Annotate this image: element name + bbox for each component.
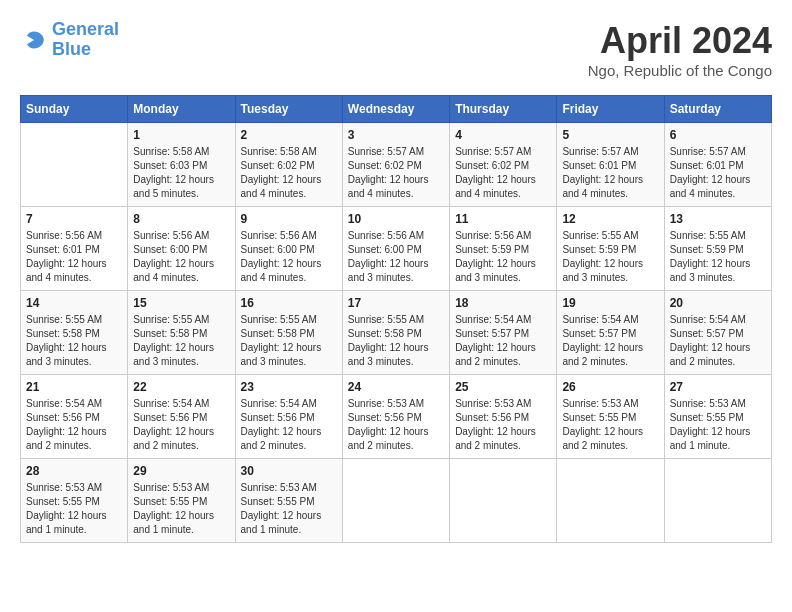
day-number: 16 — [241, 296, 337, 310]
logo-icon — [20, 26, 48, 54]
day-cell: 30Sunrise: 5:53 AM Sunset: 5:55 PM Dayli… — [235, 459, 342, 543]
header-row: SundayMondayTuesdayWednesdayThursdayFrid… — [21, 96, 772, 123]
day-detail: Sunrise: 5:54 AM Sunset: 5:57 PM Dayligh… — [455, 314, 536, 367]
header-cell-tuesday: Tuesday — [235, 96, 342, 123]
logo-line2: Blue — [52, 40, 119, 60]
day-number: 21 — [26, 380, 122, 394]
day-cell: 7Sunrise: 5:56 AM Sunset: 6:01 PM Daylig… — [21, 207, 128, 291]
day-detail: Sunrise: 5:53 AM Sunset: 5:55 PM Dayligh… — [26, 482, 107, 535]
day-cell — [21, 123, 128, 207]
header-cell-friday: Friday — [557, 96, 664, 123]
logo: General Blue — [20, 20, 119, 60]
day-number: 19 — [562, 296, 658, 310]
header-cell-wednesday: Wednesday — [342, 96, 449, 123]
day-number: 29 — [133, 464, 229, 478]
day-cell: 18Sunrise: 5:54 AM Sunset: 5:57 PM Dayli… — [450, 291, 557, 375]
week-row-4: 21Sunrise: 5:54 AM Sunset: 5:56 PM Dayli… — [21, 375, 772, 459]
day-number: 9 — [241, 212, 337, 226]
day-detail: Sunrise: 5:55 AM Sunset: 5:58 PM Dayligh… — [241, 314, 322, 367]
day-cell: 5Sunrise: 5:57 AM Sunset: 6:01 PM Daylig… — [557, 123, 664, 207]
day-detail: Sunrise: 5:53 AM Sunset: 5:56 PM Dayligh… — [348, 398, 429, 451]
day-number: 13 — [670, 212, 766, 226]
day-number: 14 — [26, 296, 122, 310]
day-cell — [450, 459, 557, 543]
logo-text: General Blue — [52, 20, 119, 60]
day-detail: Sunrise: 5:54 AM Sunset: 5:56 PM Dayligh… — [133, 398, 214, 451]
calendar-table: SundayMondayTuesdayWednesdayThursdayFrid… — [20, 95, 772, 543]
subtitle: Ngo, Republic of the Congo — [588, 62, 772, 79]
header-cell-monday: Monday — [128, 96, 235, 123]
day-detail: Sunrise: 5:53 AM Sunset: 5:55 PM Dayligh… — [670, 398, 751, 451]
day-number: 1 — [133, 128, 229, 142]
day-cell: 23Sunrise: 5:54 AM Sunset: 5:56 PM Dayli… — [235, 375, 342, 459]
day-detail: Sunrise: 5:53 AM Sunset: 5:56 PM Dayligh… — [455, 398, 536, 451]
day-cell: 26Sunrise: 5:53 AM Sunset: 5:55 PM Dayli… — [557, 375, 664, 459]
day-detail: Sunrise: 5:56 AM Sunset: 5:59 PM Dayligh… — [455, 230, 536, 283]
day-cell: 17Sunrise: 5:55 AM Sunset: 5:58 PM Dayli… — [342, 291, 449, 375]
day-detail: Sunrise: 5:54 AM Sunset: 5:57 PM Dayligh… — [670, 314, 751, 367]
main-title: April 2024 — [588, 20, 772, 62]
day-detail: Sunrise: 5:57 AM Sunset: 6:01 PM Dayligh… — [670, 146, 751, 199]
day-detail: Sunrise: 5:56 AM Sunset: 6:01 PM Dayligh… — [26, 230, 107, 283]
header-cell-sunday: Sunday — [21, 96, 128, 123]
day-cell: 11Sunrise: 5:56 AM Sunset: 5:59 PM Dayli… — [450, 207, 557, 291]
day-number: 15 — [133, 296, 229, 310]
day-cell: 16Sunrise: 5:55 AM Sunset: 5:58 PM Dayli… — [235, 291, 342, 375]
day-detail: Sunrise: 5:55 AM Sunset: 5:58 PM Dayligh… — [133, 314, 214, 367]
day-detail: Sunrise: 5:55 AM Sunset: 5:58 PM Dayligh… — [26, 314, 107, 367]
day-cell: 14Sunrise: 5:55 AM Sunset: 5:58 PM Dayli… — [21, 291, 128, 375]
day-number: 5 — [562, 128, 658, 142]
day-cell: 28Sunrise: 5:53 AM Sunset: 5:55 PM Dayli… — [21, 459, 128, 543]
day-number: 8 — [133, 212, 229, 226]
header-cell-saturday: Saturday — [664, 96, 771, 123]
day-detail: Sunrise: 5:58 AM Sunset: 6:02 PM Dayligh… — [241, 146, 322, 199]
day-cell: 9Sunrise: 5:56 AM Sunset: 6:00 PM Daylig… — [235, 207, 342, 291]
day-cell: 20Sunrise: 5:54 AM Sunset: 5:57 PM Dayli… — [664, 291, 771, 375]
day-detail: Sunrise: 5:55 AM Sunset: 5:59 PM Dayligh… — [562, 230, 643, 283]
day-number: 24 — [348, 380, 444, 394]
day-number: 22 — [133, 380, 229, 394]
title-block: April 2024 Ngo, Republic of the Congo — [588, 20, 772, 79]
day-detail: Sunrise: 5:53 AM Sunset: 5:55 PM Dayligh… — [241, 482, 322, 535]
day-cell — [342, 459, 449, 543]
calendar-body: 1Sunrise: 5:58 AM Sunset: 6:03 PM Daylig… — [21, 123, 772, 543]
day-cell: 19Sunrise: 5:54 AM Sunset: 5:57 PM Dayli… — [557, 291, 664, 375]
day-number: 25 — [455, 380, 551, 394]
day-cell: 13Sunrise: 5:55 AM Sunset: 5:59 PM Dayli… — [664, 207, 771, 291]
day-cell: 4Sunrise: 5:57 AM Sunset: 6:02 PM Daylig… — [450, 123, 557, 207]
day-detail: Sunrise: 5:58 AM Sunset: 6:03 PM Dayligh… — [133, 146, 214, 199]
day-detail: Sunrise: 5:57 AM Sunset: 6:02 PM Dayligh… — [455, 146, 536, 199]
day-cell: 24Sunrise: 5:53 AM Sunset: 5:56 PM Dayli… — [342, 375, 449, 459]
day-number: 17 — [348, 296, 444, 310]
day-number: 12 — [562, 212, 658, 226]
day-cell: 29Sunrise: 5:53 AM Sunset: 5:55 PM Dayli… — [128, 459, 235, 543]
day-cell: 27Sunrise: 5:53 AM Sunset: 5:55 PM Dayli… — [664, 375, 771, 459]
day-number: 11 — [455, 212, 551, 226]
day-detail: Sunrise: 5:56 AM Sunset: 6:00 PM Dayligh… — [241, 230, 322, 283]
day-cell: 6Sunrise: 5:57 AM Sunset: 6:01 PM Daylig… — [664, 123, 771, 207]
day-cell: 2Sunrise: 5:58 AM Sunset: 6:02 PM Daylig… — [235, 123, 342, 207]
day-number: 3 — [348, 128, 444, 142]
day-number: 23 — [241, 380, 337, 394]
day-number: 7 — [26, 212, 122, 226]
logo-line1: General — [52, 19, 119, 39]
day-number: 18 — [455, 296, 551, 310]
day-cell — [557, 459, 664, 543]
day-cell: 21Sunrise: 5:54 AM Sunset: 5:56 PM Dayli… — [21, 375, 128, 459]
day-number: 20 — [670, 296, 766, 310]
day-cell: 8Sunrise: 5:56 AM Sunset: 6:00 PM Daylig… — [128, 207, 235, 291]
day-number: 6 — [670, 128, 766, 142]
week-row-2: 7Sunrise: 5:56 AM Sunset: 6:01 PM Daylig… — [21, 207, 772, 291]
day-number: 4 — [455, 128, 551, 142]
day-cell — [664, 459, 771, 543]
day-number: 28 — [26, 464, 122, 478]
day-cell: 12Sunrise: 5:55 AM Sunset: 5:59 PM Dayli… — [557, 207, 664, 291]
day-cell: 25Sunrise: 5:53 AM Sunset: 5:56 PM Dayli… — [450, 375, 557, 459]
week-row-1: 1Sunrise: 5:58 AM Sunset: 6:03 PM Daylig… — [21, 123, 772, 207]
day-detail: Sunrise: 5:57 AM Sunset: 6:01 PM Dayligh… — [562, 146, 643, 199]
day-detail: Sunrise: 5:56 AM Sunset: 6:00 PM Dayligh… — [133, 230, 214, 283]
day-detail: Sunrise: 5:54 AM Sunset: 5:57 PM Dayligh… — [562, 314, 643, 367]
day-cell: 3Sunrise: 5:57 AM Sunset: 6:02 PM Daylig… — [342, 123, 449, 207]
day-number: 2 — [241, 128, 337, 142]
day-cell: 15Sunrise: 5:55 AM Sunset: 5:58 PM Dayli… — [128, 291, 235, 375]
